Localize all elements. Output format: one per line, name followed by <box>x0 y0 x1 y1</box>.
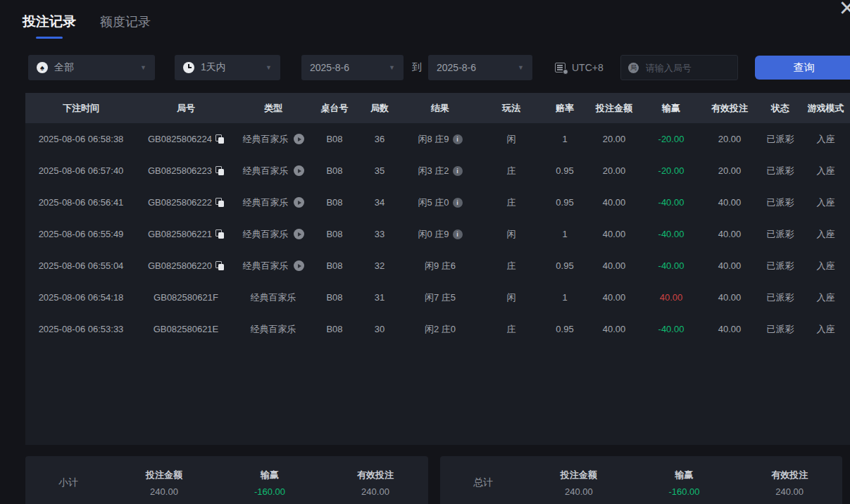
cell-game-type: 经典百家乐 <box>235 133 311 146</box>
close-icon[interactable]: × <box>839 0 850 21</box>
cell-odds: 0.95 <box>544 260 586 271</box>
query-button[interactable]: 查询 <box>755 56 850 80</box>
round-number-input[interactable] <box>644 62 730 74</box>
date-to-dropdown[interactable]: 2025-8-6 ▼ <box>428 55 532 80</box>
copy-icon[interactable] <box>215 229 224 239</box>
info-icon[interactable]: i <box>453 166 463 176</box>
replay-icon[interactable] <box>294 197 304 208</box>
column-header: 桌台号 <box>311 102 358 115</box>
info-icon[interactable]: i <box>453 198 463 208</box>
game-type-value: 全部 <box>54 61 74 74</box>
cell-status: 已派彩 <box>759 323 801 336</box>
copy-icon[interactable] <box>215 134 224 144</box>
total-bet-amount: 投注金额 240.00 <box>526 469 632 497</box>
cell-result: 闲5 庄0i <box>401 196 479 209</box>
cell-status: 已派彩 <box>759 228 801 241</box>
cell-table-no: B08 <box>311 229 358 239</box>
column-header: 类型 <box>235 102 311 115</box>
cell-round-id: GB082580621F <box>137 292 235 303</box>
subtotal-valid-bet: 有效投注 240.00 <box>323 469 428 497</box>
cell-bet-time: 2025-08-06 06:55:49 <box>25 229 137 239</box>
cell-play-type: 闲 <box>479 133 544 146</box>
cell-status: 已派彩 <box>759 133 801 146</box>
cell-round-id: GB0825806223 <box>137 165 235 176</box>
cell-round-id: GB082580621E <box>137 324 235 334</box>
cell-winloss: 40.00 <box>642 292 700 303</box>
chevron-down-icon: ▼ <box>383 64 395 71</box>
column-header: 状态 <box>759 102 801 115</box>
cell-game-mode: 入座 <box>801 291 850 304</box>
replay-icon[interactable] <box>294 134 304 144</box>
cell-bet-time: 2025-08-06 06:57:40 <box>25 165 137 176</box>
cell-result: 闲3 庄2i <box>401 165 479 177</box>
cell-round-no: 32 <box>358 260 401 271</box>
tab-quota-records[interactable]: 额度记录 <box>100 13 151 30</box>
cell-play-type: 闲 <box>479 291 544 304</box>
cell-bet-time: 2025-08-06 06:54:18 <box>25 292 137 303</box>
chevron-down-icon: ▼ <box>512 64 524 71</box>
time-range-dropdown[interactable]: 1天内 ▼ <box>175 55 280 80</box>
cell-result: 闲0 庄9i <box>401 228 479 241</box>
timezone-label: UTC+8 <box>572 62 604 73</box>
round-search-box: 局 <box>620 55 738 80</box>
cell-status: 已派彩 <box>759 196 801 209</box>
cell-round-id: GB0825806221 <box>137 229 235 239</box>
column-header: 局号 <box>137 102 235 115</box>
date-from-dropdown[interactable]: 2025-8-6 ▼ <box>301 55 404 80</box>
replay-icon[interactable] <box>294 165 304 176</box>
copy-icon[interactable] <box>215 166 224 175</box>
replay-icon[interactable] <box>294 229 304 239</box>
cell-table-no: B08 <box>311 292 358 303</box>
column-header: 赔率 <box>544 102 586 115</box>
cell-round-id: GB0825806224 <box>137 134 235 144</box>
table-row: 2025-08-06 06:55:04GB0825806220经典百家乐B083… <box>25 250 850 282</box>
cell-table-no: B08 <box>311 260 358 271</box>
cell-play-type: 庄 <box>479 323 544 336</box>
info-icon[interactable]: i <box>453 229 463 239</box>
cell-result: 闲8 庄9i <box>401 133 479 146</box>
info-icon[interactable]: i <box>453 134 463 144</box>
tab-bet-records[interactable]: 投注记录 <box>23 13 76 31</box>
cell-winloss: -40.00 <box>642 260 700 271</box>
cell-game-type: 经典百家乐 <box>235 260 311 272</box>
cell-valid-bet: 40.00 <box>700 292 759 303</box>
copy-icon[interactable] <box>215 198 224 207</box>
column-header: 局数 <box>358 102 401 115</box>
timezone-indicator[interactable]: UTC+8 <box>555 62 604 73</box>
table-row: 2025-08-06 06:54:18GB082580621F经典百家乐B083… <box>25 282 850 313</box>
cell-game-mode: 入座 <box>801 323 850 336</box>
cell-valid-bet: 40.00 <box>700 229 759 239</box>
replay-icon[interactable] <box>294 260 304 271</box>
cell-status: 已派彩 <box>759 291 801 304</box>
cell-game-type: 经典百家乐 <box>235 291 311 304</box>
cell-game-mode: 入座 <box>801 196 850 209</box>
cell-status: 已派彩 <box>759 165 801 177</box>
cell-game-mode: 入座 <box>801 228 850 241</box>
copy-icon[interactable] <box>215 261 224 270</box>
cell-bet-time: 2025-08-06 06:55:04 <box>25 260 137 271</box>
column-header: 玩法 <box>479 102 544 115</box>
bet-records-table: 下注时间局号类型桌台号局数结果玩法赔率投注金额输赢有效投注状态游戏模式 2025… <box>25 93 850 445</box>
cell-game-type: 经典百家乐 <box>235 196 311 209</box>
cell-bet-amount: 40.00 <box>586 324 642 334</box>
column-header: 结果 <box>401 102 479 115</box>
cell-odds: 0.95 <box>544 324 586 334</box>
cell-odds: 0.95 <box>544 165 586 176</box>
chevron-down-icon: ▼ <box>260 64 272 71</box>
table-header-row: 下注时间局号类型桌台号局数结果玩法赔率投注金额输赢有效投注状态游戏模式 <box>25 93 850 123</box>
cell-table-no: B08 <box>311 324 358 334</box>
table-row: 2025-08-06 06:55:49GB0825806221经典百家乐B083… <box>25 218 850 250</box>
clock-icon <box>183 62 194 73</box>
cell-round-no: 36 <box>358 134 401 144</box>
round-number-icon: 局 <box>628 63 639 73</box>
game-type-dropdown[interactable]: ♠ 全部 ▼ <box>28 55 155 80</box>
tab-bar: 投注记录 额度记录 <box>23 13 151 31</box>
time-range-value: 1天内 <box>201 61 226 74</box>
cell-winloss: -40.00 <box>642 229 700 239</box>
cell-winloss: -40.00 <box>642 324 700 334</box>
cell-odds: 1 <box>544 229 586 239</box>
calendar-clock-icon <box>555 63 567 73</box>
total-panel: 总计 投注金额 240.00 输赢 -160.00 有效投注 240.00 <box>440 456 842 504</box>
cell-odds: 1 <box>544 292 586 303</box>
cell-odds: 0.95 <box>544 197 586 208</box>
